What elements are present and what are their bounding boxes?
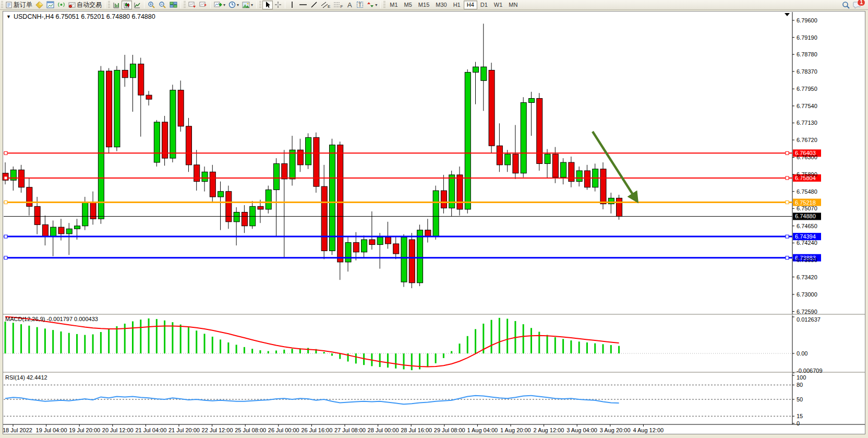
chart-canvas[interactable]: 6.764036.758046.752186.748806.743946.738… [0,10,868,438]
search-button[interactable] [840,1,851,9]
svg-text:3 Aug 04:00: 3 Aug 04:00 [566,427,597,433]
svg-text:T: T [358,2,361,8]
auto-trading-icon [68,2,76,8]
toolbar-separator [285,1,285,8]
text-label-tool-button[interactable]: T [355,1,365,9]
zoom-out-button[interactable] [157,1,168,9]
new-order-icon [6,2,13,8]
zoom-out-icon [159,1,166,8]
dropdown-caret-icon: ▾ [237,3,239,7]
notifications-button[interactable]: 1 [851,1,863,9]
line-handle[interactable] [786,176,789,180]
macd-label: MACD(12,26,9) -0.001797 0.000433 [5,316,98,322]
line-handle[interactable] [4,151,7,155]
svg-text:6.75070: 6.75070 [797,205,817,211]
auto-trading-button[interactable]: 自动交易 [67,1,103,9]
charts-button[interactable] [45,1,56,9]
arrows-tool-button[interactable]: ▾ [365,1,379,9]
line-handle[interactable] [786,201,789,204]
timeframe-button-M15[interactable]: M15 [415,1,432,9]
new-order-button[interactable]: 新订单 [4,1,34,9]
toolbar-grip [108,1,110,9]
horizontal-line-icon [299,1,307,8]
chart-window[interactable]: 6.764036.758046.752186.748806.743946.738… [0,10,868,438]
svg-text:6.78780: 6.78780 [797,51,817,57]
crosshair-tool-button[interactable] [273,1,283,9]
timeframe-button-M30[interactable]: M30 [432,1,450,9]
bar-chart-mode-button[interactable] [111,1,122,9]
clock-icon [228,1,236,8]
candlestick-mode-button[interactable] [122,1,132,9]
svg-text:6.79600: 6.79600 [797,17,817,23]
search-icon [842,1,850,9]
vertical-line-tool-button[interactable] [287,1,297,9]
svg-text:1 Aug 04:00: 1 Aug 04:00 [467,427,498,433]
svg-text:6.72590: 6.72590 [797,309,817,315]
chart-shift-icon [199,1,207,8]
toolbar-separator [105,1,105,8]
line-handle[interactable] [786,235,789,238]
line-handle[interactable] [786,151,789,155]
timeframe-button-D1[interactable]: D1 [477,1,491,9]
toolbar-separator [256,1,257,8]
notification-badge: 1 [857,0,865,6]
line-handle[interactable] [786,256,789,259]
zoom-in-button[interactable] [146,1,157,9]
timeframe-button-MN[interactable]: MN [505,1,521,9]
svg-text:-0.006709: -0.006709 [797,368,823,374]
line-handle[interactable] [4,176,7,180]
svg-text:27 Jul 08:00: 27 Jul 08:00 [334,427,366,433]
svg-text:6.77950: 6.77950 [797,86,817,92]
svg-text:6.75480: 6.75480 [797,188,817,195]
template-icon [242,2,250,8]
timeframe-button-M5[interactable]: M5 [401,1,415,9]
candlestick-icon [123,2,130,8]
periods-button[interactable]: ▾ [227,1,240,9]
svg-text:26 Jul 16:00: 26 Jul 16:00 [301,427,332,433]
timeframe-button-W1[interactable]: W1 [491,1,506,9]
line-handle[interactable] [4,256,7,259]
svg-text:80: 80 [797,382,803,388]
templates-button[interactable]: ▾ [240,1,255,9]
toolbar-separator [144,1,144,8]
symbol-dropdown-icon[interactable]: ▼ [6,14,11,19]
main-toolbar: 新订单 自动交易 ▾ ▾ [0,0,868,10]
timeframe-button-H1[interactable]: H1 [450,1,464,9]
trendline-icon [310,1,318,8]
rsi-label: RSI(14) 42.4412 [5,374,47,381]
tile-windows-button[interactable] [168,1,179,9]
text-tool-button[interactable]: A [344,1,355,9]
svg-text:6.73830: 6.73830 [797,257,817,263]
indicators-button[interactable]: ▾ [212,1,227,9]
arrange-charts-icon [188,1,196,8]
dropdown-caret-icon: ▾ [223,3,225,7]
new-order-label: 新订单 [14,1,32,9]
horizontal-line-tool-button[interactable] [297,1,309,9]
line-handle[interactable] [4,235,7,238]
svg-text:22 Jul 12:00: 22 Jul 12:00 [202,427,233,433]
toolbar-separator [180,1,181,8]
cursor-icon [264,1,271,8]
channel-tool-button[interactable]: E [319,1,332,9]
svg-text:29 Jul 08:00: 29 Jul 08:00 [434,427,465,433]
signals-button[interactable] [56,1,67,9]
cursor-tool-button[interactable] [262,1,273,9]
line-chart-mode-button[interactable] [132,1,142,9]
trendline-tool-button[interactable] [309,1,319,9]
fibonacci-tool-button[interactable]: F [332,1,344,9]
auto-arrange-button[interactable] [187,1,198,9]
svg-text:20 Jul 12:00: 20 Jul 12:00 [102,427,134,433]
profile-button[interactable] [34,1,45,9]
svg-text:6.76300: 6.76300 [797,154,817,160]
svg-text:15: 15 [797,413,803,419]
svg-text:25 Jul 08:00: 25 Jul 08:00 [235,427,266,433]
line-handle[interactable] [4,201,7,204]
svg-text:19 Jul 20:00: 19 Jul 20:00 [69,427,100,433]
svg-text:0.012637: 0.012637 [797,316,821,323]
svg-text:21 Jul 04:00: 21 Jul 04:00 [135,427,166,433]
svg-text:100: 100 [797,374,806,381]
fibo-letter: F [340,4,343,9]
timeframe-button-M1[interactable]: M1 [387,1,401,9]
chart-shift-button[interactable] [198,1,209,9]
timeframe-button-H4[interactable]: H4 [464,1,477,9]
